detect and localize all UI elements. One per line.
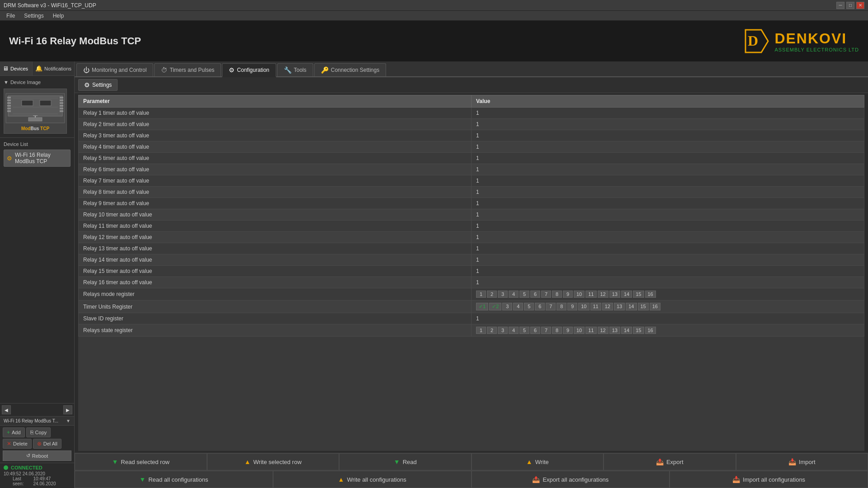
num-cell-5[interactable]: 5 bbox=[519, 291, 529, 298]
num-cell-14[interactable]: 14 bbox=[621, 291, 632, 298]
del-all-button[interactable]: ⊗ Del All bbox=[33, 439, 61, 449]
add-button[interactable]: + Add bbox=[3, 427, 25, 437]
num-cell-6[interactable]: 6 bbox=[530, 327, 540, 334]
num-cell-2[interactable]: 2 bbox=[487, 327, 497, 334]
sidebar-tab-devices[interactable]: 🖥 Devices bbox=[0, 61, 33, 75]
table-row[interactable]: Relay 4 timer auto off value1 bbox=[79, 141, 864, 153]
table-container[interactable]: Parameter Value Relay 1 timer auto off v… bbox=[78, 95, 864, 451]
num-cell-13[interactable]: 13 bbox=[609, 327, 620, 334]
sub-tab-settings[interactable]: ⚙ Settings bbox=[78, 79, 118, 91]
table-row[interactable]: Relay 8 timer auto off value1 bbox=[79, 187, 864, 198]
num-cell-2[interactable]: ✓2 bbox=[489, 303, 501, 310]
read-all-button[interactable]: ▼ Read all configurations bbox=[75, 471, 273, 488]
table-row[interactable]: Slave ID register1 bbox=[79, 313, 864, 324]
num-cell-14[interactable]: 14 bbox=[621, 327, 632, 334]
num-cell-2[interactable]: 2 bbox=[487, 291, 497, 298]
num-cell-1[interactable]: 1 bbox=[476, 327, 486, 334]
menu-help[interactable]: Help bbox=[48, 12, 69, 20]
num-cell-13[interactable]: 13 bbox=[614, 303, 625, 310]
number-grid[interactable]: 12345678910111213141516 bbox=[476, 327, 859, 334]
table-row[interactable]: Relay 13 timer auto off value1 bbox=[79, 243, 864, 254]
table-row[interactable]: Relays mode register12345678910111213141… bbox=[79, 288, 864, 300]
reboot-button[interactable]: ↺ Reboot bbox=[3, 450, 71, 461]
num-cell-8[interactable]: 8 bbox=[552, 291, 562, 298]
table-row[interactable]: Relay 12 timer auto off value1 bbox=[79, 232, 864, 243]
write-selected-button[interactable]: ▲ Write selected row bbox=[207, 453, 340, 470]
tab-tools[interactable]: 🔧 Tools bbox=[277, 63, 313, 76]
table-row[interactable]: Relay 9 timer auto off value1 bbox=[79, 198, 864, 209]
table-row[interactable]: Relay 3 timer auto off value1 bbox=[79, 130, 864, 141]
num-cell-6[interactable]: 6 bbox=[535, 303, 545, 310]
num-cell-4[interactable]: 4 bbox=[509, 327, 519, 334]
num-cell-10[interactable]: 10 bbox=[574, 327, 585, 334]
menu-file[interactable]: File bbox=[2, 12, 19, 20]
table-row[interactable]: Timer Units Register✓1✓23456789101112131… bbox=[79, 300, 864, 313]
device-list-item[interactable]: ⚙ Wi-Fi 16 Relay ModBus TCP bbox=[4, 150, 71, 167]
num-cell-12[interactable]: 12 bbox=[602, 303, 613, 310]
num-cell-7[interactable]: 7 bbox=[541, 291, 551, 298]
table-row[interactable]: Relay 6 timer auto off value1 bbox=[79, 164, 864, 175]
num-cell-9[interactable]: 9 bbox=[567, 303, 577, 310]
num-cell-4[interactable]: 4 bbox=[509, 291, 519, 298]
num-cell-3[interactable]: 3 bbox=[498, 327, 508, 334]
device-image-header[interactable]: ▼ Device Image bbox=[4, 80, 71, 85]
table-row[interactable]: Relay 2 timer auto off value1 bbox=[79, 119, 864, 130]
num-cell-5[interactable]: 5 bbox=[524, 303, 534, 310]
num-cell-14[interactable]: 14 bbox=[626, 303, 637, 310]
table-row[interactable]: Relay 7 timer auto off value1 bbox=[79, 175, 864, 187]
num-cell-13[interactable]: 13 bbox=[609, 291, 620, 298]
table-row[interactable]: Relay 1 timer auto off value1 bbox=[79, 108, 864, 119]
minimize-button[interactable]: ─ bbox=[836, 2, 844, 9]
read-button[interactable]: ▼ Read bbox=[339, 453, 472, 470]
device-selector[interactable]: Wi-Fi 16 Relay ModBus T... ▼ bbox=[0, 416, 74, 425]
num-cell-7[interactable]: 7 bbox=[546, 303, 556, 310]
num-cell-15[interactable]: 15 bbox=[633, 291, 644, 298]
export-all-button[interactable]: 📤 Export all aconfigurations bbox=[472, 471, 670, 488]
num-cell-11[interactable]: 11 bbox=[585, 291, 596, 298]
write-button[interactable]: ▲ Write bbox=[472, 453, 604, 470]
num-cell-9[interactable]: 9 bbox=[563, 327, 573, 334]
nav-prev-button[interactable]: ◀ bbox=[2, 405, 11, 414]
tab-connection[interactable]: 🔑 Connection Settings bbox=[314, 63, 386, 76]
num-cell-9[interactable]: 9 bbox=[563, 291, 573, 298]
num-cell-16[interactable]: 16 bbox=[645, 327, 656, 334]
num-cell-12[interactable]: 12 bbox=[598, 327, 609, 334]
num-cell-3[interactable]: 3 bbox=[502, 303, 512, 310]
num-cell-11[interactable]: 11 bbox=[585, 327, 596, 334]
table-row[interactable]: Relay 16 timer auto off value1 bbox=[79, 277, 864, 288]
num-cell-5[interactable]: 5 bbox=[519, 327, 529, 334]
copy-button[interactable]: ⎘ Copy bbox=[26, 427, 51, 437]
number-grid[interactable]: 12345678910111213141516 bbox=[476, 291, 859, 298]
num-cell-10[interactable]: 10 bbox=[578, 303, 589, 310]
tab-timers[interactable]: ⏱ Timers and Pulses bbox=[154, 63, 221, 76]
num-cell-6[interactable]: 6 bbox=[530, 291, 540, 298]
num-cell-10[interactable]: 10 bbox=[574, 291, 585, 298]
num-cell-15[interactable]: 15 bbox=[633, 327, 644, 334]
import-button[interactable]: 📥 Import bbox=[736, 453, 868, 470]
write-all-button[interactable]: ▲ Write all configurations bbox=[273, 471, 472, 488]
num-cell-1[interactable]: 1 bbox=[476, 291, 486, 298]
table-row[interactable]: Relay 5 timer auto off value1 bbox=[79, 153, 864, 164]
num-cell-15[interactable]: 15 bbox=[638, 303, 649, 310]
num-cell-4[interactable]: 4 bbox=[513, 303, 523, 310]
tab-configuration[interactable]: ⚙ Configuration bbox=[222, 63, 276, 77]
num-cell-11[interactable]: 11 bbox=[590, 303, 601, 310]
maximize-button[interactable]: □ bbox=[846, 2, 854, 9]
table-row[interactable]: Relay 15 timer auto off value1 bbox=[79, 266, 864, 277]
delete-button[interactable]: ✕ Delete bbox=[3, 439, 32, 449]
table-row[interactable]: Relay 10 timer auto off value1 bbox=[79, 209, 864, 221]
num-cell-16[interactable]: 16 bbox=[650, 303, 660, 310]
dropdown-arrow-icon[interactable]: ▼ bbox=[66, 418, 71, 423]
menu-settings[interactable]: Settings bbox=[19, 12, 48, 20]
num-cell-7[interactable]: 7 bbox=[541, 327, 551, 334]
sidebar-tab-notifications[interactable]: 🔔 Notifications bbox=[33, 61, 74, 75]
num-cell-8[interactable]: 8 bbox=[557, 303, 566, 310]
export-button[interactable]: 📤 Export bbox=[604, 453, 736, 470]
num-cell-12[interactable]: 12 bbox=[598, 291, 609, 298]
num-cell-16[interactable]: 16 bbox=[645, 291, 656, 298]
table-row[interactable]: Relay 14 timer auto off value1 bbox=[79, 254, 864, 266]
close-button[interactable]: ✕ bbox=[856, 2, 864, 9]
num-cell-8[interactable]: 8 bbox=[552, 327, 562, 334]
table-row[interactable]: Relays state register1234567891011121314… bbox=[79, 324, 864, 337]
tab-monitoring[interactable]: ⏻ Monitoring and Control bbox=[76, 63, 153, 76]
